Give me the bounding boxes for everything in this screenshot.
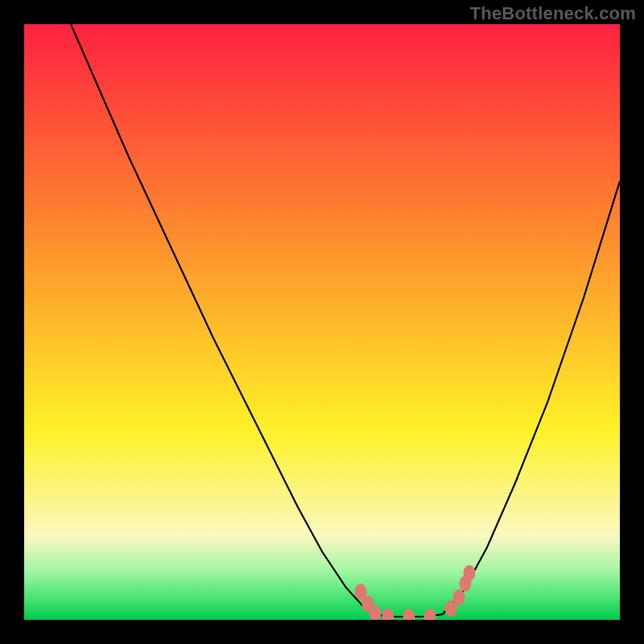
curve-marker (464, 565, 476, 581)
curve-marker (453, 589, 465, 605)
gradient-bg (24, 24, 620, 620)
plot-area (24, 24, 620, 620)
watermark-text: TheBottleneck.com (470, 3, 636, 24)
chart-container: TheBottleneck.com (0, 0, 644, 644)
plot-svg (24, 24, 620, 620)
